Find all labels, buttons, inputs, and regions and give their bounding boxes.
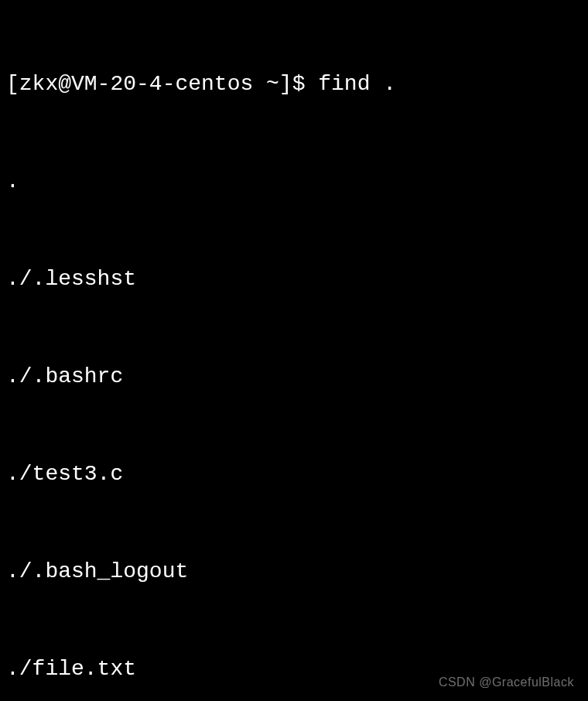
shell-prompt: [zkx@VM-20-4-centos ~]$ xyxy=(6,72,318,96)
output-line: . xyxy=(6,166,582,198)
command-line: [zkx@VM-20-4-centos ~]$ find . xyxy=(6,68,582,101)
watermark-text: CSDN @GracefulBlack xyxy=(439,673,574,692)
command-text: find . xyxy=(318,72,396,96)
terminal-window[interactable]: [zkx@VM-20-4-centos ~]$ find . . ./.less… xyxy=(6,3,582,701)
output-line: ./.lesshst xyxy=(6,263,582,296)
output-line: ./.bashrc xyxy=(6,361,582,393)
output-line: ./test3.c xyxy=(6,458,582,491)
output-line: ./.bash_logout xyxy=(6,556,582,588)
